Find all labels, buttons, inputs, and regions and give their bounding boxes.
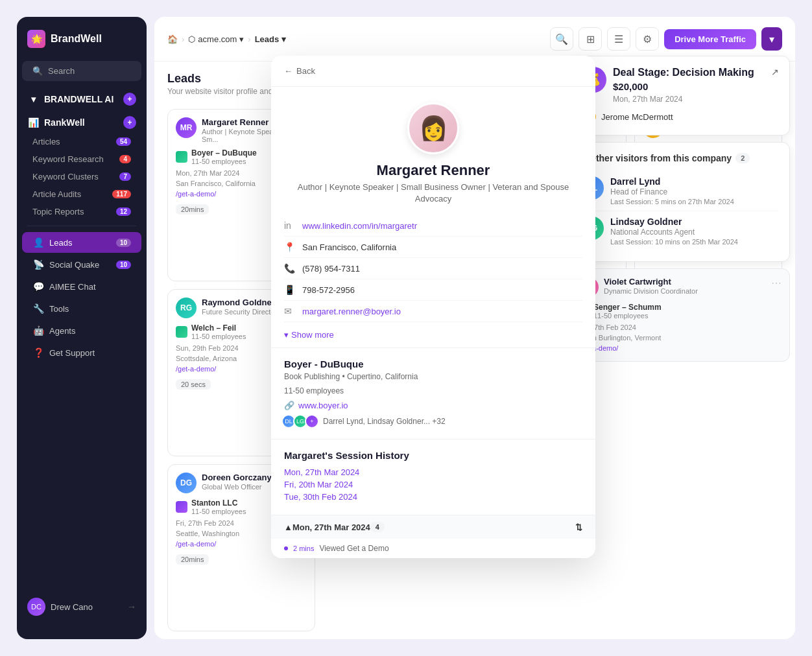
contact-location: 📍 San Francisco, California bbox=[284, 237, 582, 258]
avatar: DG bbox=[176, 473, 197, 493]
visitor-role: Head of Finance bbox=[610, 187, 779, 196]
other-visitors-card: ▾ Other visitors from this company 2 DL … bbox=[569, 142, 790, 262]
sidebar-item-support[interactable]: ❓ Get Support bbox=[22, 342, 141, 363]
contact-linkedin: in www.linkedin.com/in/margaretr bbox=[284, 215, 582, 237]
keyword-research-badge: 4 bbox=[119, 155, 131, 163]
sidebar-item-keyword-clusters[interactable]: Keyword Clusters 7 bbox=[22, 168, 141, 185]
session-viewed-row: 2 mins Viewed Get a Demo bbox=[271, 539, 595, 558]
sidebar-item-leads[interactable]: 👤 Leads 10 bbox=[22, 232, 141, 253]
drive-traffic-button[interactable]: Drive More Traffic bbox=[664, 29, 756, 49]
rankwell-sub-items: Articles 54 Keyword Research 4 Keyword C… bbox=[17, 133, 147, 220]
back-button[interactable]: ← Back bbox=[271, 56, 595, 87]
sidebar-item-keyword-research[interactable]: Keyword Research 4 bbox=[22, 150, 141, 168]
company-meta: Book Publishing • Cupertino, California bbox=[284, 372, 582, 381]
add-rankwell-button[interactable]: + bbox=[123, 116, 136, 129]
user-profile[interactable]: DC Drew Cano → bbox=[22, 592, 141, 621]
grid-view-button[interactable]: ⊞ bbox=[579, 27, 602, 51]
leads-label: Leads bbox=[49, 238, 72, 248]
home-icon[interactable]: 🏠 bbox=[167, 34, 178, 44]
lead-link[interactable]: /get-a-demo/ bbox=[176, 540, 216, 548]
sidebar-item-article-audits[interactable]: Article Audits 117 bbox=[22, 185, 141, 203]
search-button[interactable]: 🔍 bbox=[550, 27, 573, 51]
settings-button[interactable]: ⚙ bbox=[636, 27, 659, 51]
company-section: Boyer - DuBuque Book Publishing • Cupert… bbox=[271, 347, 595, 439]
phone1-text: (578) 954-7311 bbox=[302, 264, 360, 274]
detail-panel: ← Back 👩 Margaret Renner Author | Keynot… bbox=[271, 56, 595, 558]
sidebar-brandwell-section[interactable]: ▾ BRANDWELL AI + bbox=[17, 88, 147, 111]
search-input[interactable]: 🔍 Search bbox=[22, 61, 141, 81]
article-audits-label: Article Audits bbox=[32, 189, 81, 199]
contact-email: ✉ margaret.renner@boyer.io bbox=[284, 301, 582, 322]
other-visitors-title: ▾ Other visitors from this company 2 bbox=[580, 153, 750, 163]
sidebar-bottom: DC Drew Cano → bbox=[17, 587, 147, 626]
sidebar-item-social-quake[interactable]: 📡 Social Quake 10 bbox=[22, 254, 141, 275]
visitor-info-darrel: Darrel Lynd Head of Finance Last Session… bbox=[610, 176, 779, 205]
session-date-3[interactable]: Tue, 30th Feb 2024 bbox=[284, 492, 582, 502]
contact-phone1: 📞 (578) 954-7311 bbox=[284, 258, 582, 279]
logout-icon[interactable]: → bbox=[127, 602, 136, 612]
main-content: 🏠 › ⬡ acme.com ▾ › Leads ▾ 🔍 ⊞ ☰ ⚙ bbox=[154, 17, 795, 639]
back-label: Back bbox=[296, 66, 315, 76]
profile-role: Author | Keynote Speaker | Small Busines… bbox=[284, 182, 582, 205]
agents-label: Agents bbox=[49, 326, 75, 336]
deal-person: JM Jerome McDermott bbox=[580, 109, 779, 124]
list-view-button[interactable]: ☰ bbox=[607, 27, 630, 51]
breadcrumb-sep2: › bbox=[248, 34, 250, 44]
sidebar-item-tools[interactable]: 🔧 Tools bbox=[22, 298, 141, 319]
lead-location: South Burlington, Vermont bbox=[578, 334, 782, 342]
session-dot bbox=[284, 546, 288, 550]
mobile-icon: 📱 bbox=[284, 285, 296, 295]
breadcrumb-domain[interactable]: ⬡ acme.com ▾ bbox=[188, 34, 244, 44]
session-date-2[interactable]: Fri, 20th Mar 2024 bbox=[284, 480, 582, 489]
sidebar-item-articles[interactable]: Articles 54 bbox=[22, 133, 141, 150]
cta-label: Drive More Traffic bbox=[675, 34, 746, 44]
linkedin-link[interactable]: www.linkedin.com/in/margaretr bbox=[302, 221, 417, 231]
cta-dropdown-button[interactable]: ▾ bbox=[761, 27, 782, 51]
leads-badge: 10 bbox=[116, 239, 131, 247]
add-brandwell-button[interactable]: + bbox=[123, 93, 136, 106]
session-collapse-row[interactable]: ▲ Mon, 27th Mar 2024 4 ⇅ bbox=[271, 515, 595, 539]
email-icon: ✉ bbox=[284, 306, 296, 316]
session-current-date: Mon, 27th Mar 2024 bbox=[293, 522, 370, 532]
agents-icon: 🤖 bbox=[32, 325, 44, 336]
keyword-research-label: Keyword Research bbox=[32, 154, 104, 164]
company-size: 11-50 employees bbox=[191, 508, 246, 515]
domain-name: acme.com bbox=[198, 34, 237, 44]
session-title: Margaret's Session History bbox=[284, 450, 582, 461]
sidebar-rankwell-section[interactable]: 📊 RankWell + bbox=[17, 113, 147, 132]
external-link-icon[interactable]: ↗ bbox=[771, 67, 779, 77]
company-logo-icon bbox=[176, 326, 187, 338]
lead-name: Raymond Goldner bbox=[202, 298, 277, 307]
session-sort-icon[interactable]: ⇅ bbox=[575, 522, 582, 532]
domain-chevron: ▾ bbox=[239, 34, 244, 44]
lead-time: 20mins bbox=[176, 204, 209, 215]
tools-label: Tools bbox=[49, 304, 69, 314]
visitor-name: Lindsay Goldner bbox=[610, 217, 779, 227]
company-website-link[interactable]: www.boyer.io bbox=[298, 401, 348, 410]
deal-stage-title: Deal Stage: Decision Making bbox=[613, 67, 754, 78]
visitor-info-lindsay: Lindsay Goldner National Accounts Agent … bbox=[610, 217, 779, 246]
lead-card-violet[interactable]: VC Violet Cartwright Dynamic Division Co… bbox=[569, 268, 790, 362]
link-icon: 🔗 bbox=[284, 401, 294, 410]
sidebar-item-agents[interactable]: 🤖 Agents bbox=[22, 320, 141, 341]
breadcrumb-current[interactable]: Leads ▾ bbox=[255, 34, 287, 44]
visitor-role: National Accounts Agent bbox=[610, 228, 779, 237]
linkedin-icon: in bbox=[284, 220, 296, 231]
location-icon: 📍 bbox=[284, 242, 296, 252]
more-options-button[interactable]: ⋯ bbox=[771, 277, 782, 289]
avatar: MR bbox=[176, 117, 197, 138]
lead-link[interactable]: /get-a-demo/ bbox=[176, 190, 216, 198]
leads-icon: 👤 bbox=[32, 237, 44, 248]
show-more-button[interactable]: ▾ Show more bbox=[271, 322, 595, 347]
support-icon: ❓ bbox=[32, 347, 44, 358]
sidebar-item-aimee-chat[interactable]: 💬 AIMEE Chat bbox=[22, 276, 141, 297]
visitor-avatar-3: + bbox=[305, 414, 319, 428]
lead-link[interactable]: /get-a-demo/ bbox=[176, 365, 216, 373]
email-link[interactable]: margaret.renner@boyer.io bbox=[302, 307, 401, 316]
other-visitors-label: Other visitors from this company bbox=[589, 153, 732, 163]
sidebar-item-topic-reports[interactable]: Topic Reports 12 bbox=[22, 203, 141, 220]
company-visitors: DL LG + Darrel Lynd, Lindsay Goldner... … bbox=[284, 414, 582, 428]
company-section-name: Boyer - DuBuque bbox=[284, 358, 582, 369]
session-date-1[interactable]: Mon, 27th Mar 2024 bbox=[284, 467, 582, 477]
current-page-label: Leads bbox=[255, 34, 280, 44]
